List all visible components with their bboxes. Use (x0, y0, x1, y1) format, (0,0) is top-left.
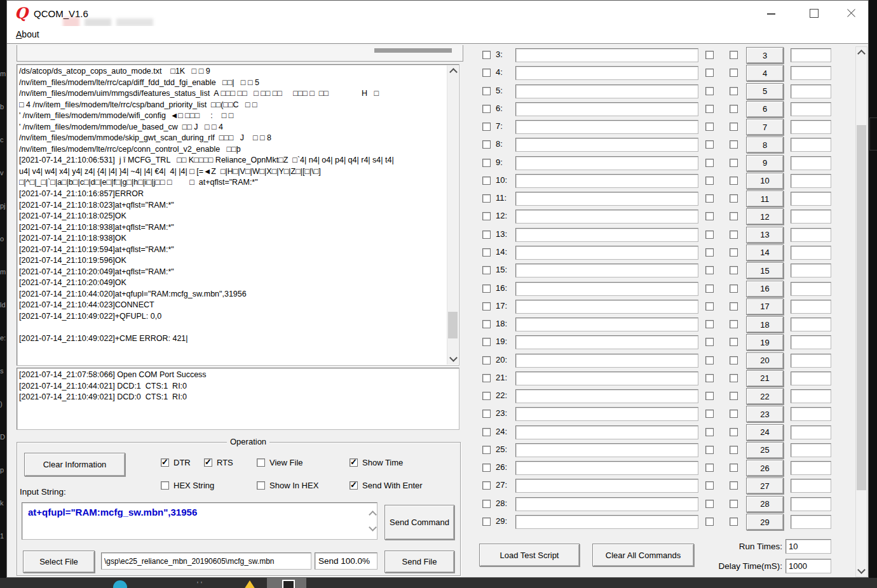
row-option2-checkbox[interactable] (730, 87, 738, 95)
scrollbar-thumb[interactable] (857, 125, 866, 490)
row-extra-input[interactable] (791, 479, 831, 493)
taskbar-icon-fragment[interactable]: '' (197, 581, 205, 588)
row-enable-checkbox[interactable] (482, 302, 491, 311)
minimize-button[interactable] (751, 1, 792, 26)
row-option2-checkbox[interactable] (730, 194, 738, 203)
row-command-input[interactable] (515, 497, 698, 511)
row-send-button[interactable]: 5 (746, 83, 784, 100)
row-command-input[interactable] (515, 317, 698, 331)
row-option1-checkbox[interactable] (705, 140, 714, 149)
row-command-input[interactable] (515, 48, 698, 62)
row-command-input[interactable] (515, 66, 698, 80)
row-extra-input[interactable] (791, 264, 831, 277)
row-option1-checkbox[interactable] (705, 338, 714, 346)
row-option2-checkbox[interactable] (730, 159, 738, 167)
row-option1-checkbox[interactable] (705, 159, 714, 167)
row-extra-input[interactable] (791, 515, 831, 529)
row-option1-checkbox[interactable] (705, 248, 714, 257)
row-enable-checkbox[interactable] (482, 338, 491, 346)
row-option2-checkbox[interactable] (730, 302, 738, 311)
maximize-button[interactable] (794, 1, 834, 26)
select-file-button[interactable]: Select File (23, 551, 95, 573)
row-extra-input[interactable] (791, 66, 831, 80)
row-extra-input[interactable] (791, 407, 831, 421)
row-send-button[interactable]: 10 (746, 173, 784, 189)
row-extra-input[interactable] (791, 371, 831, 385)
row-extra-input[interactable] (791, 120, 831, 134)
row-enable-checkbox[interactable] (482, 374, 491, 382)
row-option1-checkbox[interactable] (705, 231, 714, 239)
row-command-input[interactable] (515, 84, 698, 98)
row-send-button[interactable]: 17 (746, 298, 784, 315)
row-command-input[interactable] (515, 102, 698, 116)
row-command-input[interactable] (515, 515, 698, 529)
row-command-input[interactable] (515, 461, 698, 475)
row-option2-checkbox[interactable] (730, 69, 738, 77)
row-extra-input[interactable] (791, 228, 831, 242)
row-enable-checkbox[interactable] (482, 428, 491, 436)
row-option1-checkbox[interactable] (705, 374, 714, 382)
row-option1-checkbox[interactable] (705, 446, 714, 454)
row-option1-checkbox[interactable] (705, 194, 714, 203)
row-enable-checkbox[interactable] (482, 87, 491, 95)
taskbar-warning-icon[interactable] (244, 580, 255, 588)
row-extra-input[interactable] (791, 156, 831, 170)
row-option1-checkbox[interactable] (705, 356, 714, 364)
row-enable-checkbox[interactable] (482, 446, 491, 454)
row-option1-checkbox[interactable] (705, 123, 714, 131)
command-list-scrollbar[interactable] (855, 46, 867, 577)
row-enable-checkbox[interactable] (482, 212, 491, 220)
row-option1-checkbox[interactable] (705, 410, 714, 418)
row-enable-checkbox[interactable] (482, 105, 491, 113)
row-enable-checkbox[interactable] (482, 51, 491, 59)
row-send-button[interactable]: 20 (746, 352, 784, 369)
row-send-button[interactable]: 27 (746, 478, 784, 494)
row-command-input[interactable] (515, 192, 698, 206)
row-extra-input[interactable] (791, 138, 831, 152)
close-button[interactable] (831, 1, 871, 26)
row-send-button[interactable]: 25 (746, 442, 784, 458)
row-option2-checkbox[interactable] (730, 518, 738, 526)
row-option1-checkbox[interactable] (705, 284, 714, 293)
row-option2-checkbox[interactable] (730, 464, 738, 472)
row-command-input[interactable] (515, 300, 698, 314)
row-option1-checkbox[interactable] (705, 177, 714, 185)
row-extra-input[interactable] (791, 300, 831, 314)
row-option1-checkbox[interactable] (705, 87, 714, 95)
row-command-input[interactable] (515, 371, 698, 385)
row-option2-checkbox[interactable] (730, 320, 738, 328)
row-command-input[interactable] (515, 228, 698, 242)
row-option2-checkbox[interactable] (730, 481, 738, 490)
row-send-button[interactable]: 24 (746, 424, 784, 441)
row-extra-input[interactable] (791, 425, 831, 439)
row-command-input[interactable] (515, 354, 698, 368)
row-extra-input[interactable] (791, 210, 831, 224)
row-extra-input[interactable] (791, 443, 831, 457)
row-command-input[interactable] (515, 156, 698, 170)
row-command-input[interactable] (515, 282, 698, 296)
send-file-button[interactable]: Send File (384, 551, 454, 573)
row-command-input[interactable] (515, 335, 698, 349)
row-send-button[interactable]: 3 (746, 47, 784, 63)
row-option2-checkbox[interactable] (730, 51, 738, 59)
row-option1-checkbox[interactable] (705, 428, 714, 436)
row-option2-checkbox[interactable] (730, 140, 738, 149)
row-option2-checkbox[interactable] (730, 500, 738, 508)
row-command-input[interactable] (515, 210, 698, 224)
taskbar-browser-icon[interactable] (113, 580, 127, 588)
run-times-field[interactable] (785, 539, 831, 554)
row-command-input[interactable] (515, 264, 698, 277)
row-send-button[interactable]: 23 (746, 406, 784, 422)
row-command-input[interactable] (515, 443, 698, 457)
row-command-input[interactable] (515, 389, 698, 403)
row-enable-checkbox[interactable] (482, 248, 491, 257)
row-extra-input[interactable] (791, 317, 831, 331)
row-command-input[interactable] (515, 138, 698, 152)
row-enable-checkbox[interactable] (482, 320, 491, 328)
row-enable-checkbox[interactable] (482, 123, 491, 131)
row-extra-input[interactable] (791, 461, 831, 475)
row-enable-checkbox[interactable] (482, 140, 491, 149)
row-extra-input[interactable] (791, 102, 831, 116)
row-option1-checkbox[interactable] (705, 481, 714, 490)
row-send-button[interactable]: 22 (746, 388, 784, 404)
